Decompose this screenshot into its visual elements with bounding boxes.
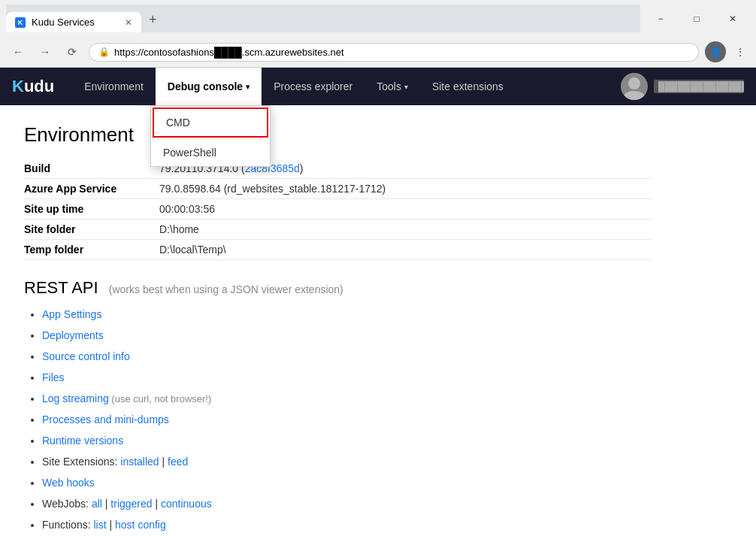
- browser-window: K Kudu Services ✕ + − □ ✕ ← → ⟳ 🔒 https:…: [0, 0, 756, 536]
- minimize-button[interactable]: −: [643, 8, 678, 29]
- refresh-button[interactable]: ⟳: [62, 41, 83, 62]
- chevron-down-icon: ▾: [246, 83, 249, 91]
- tab-close-button[interactable]: ✕: [125, 17, 132, 28]
- profile-icon[interactable]: 👤: [705, 41, 726, 62]
- window-controls: − □ ✕: [643, 8, 750, 29]
- debug-console-dropdown: CMD PowerShell: [150, 105, 271, 167]
- rest-api-list: App Settings Deployments Source control …: [24, 304, 652, 535]
- nav-item-debug-console[interactable]: Debug console ▾: [156, 68, 262, 105]
- info-row-temp-folder: Temp folder D:\local\Temp\: [24, 240, 652, 260]
- link-site-extensions-feed[interactable]: feed: [168, 456, 188, 468]
- info-row-site-up-time: Site up time 00:00:03:56: [24, 199, 652, 220]
- close-button[interactable]: ✕: [715, 8, 750, 29]
- info-row-azure-app-service: Azure App Service 79.0.8598.64 (rd_websi…: [24, 179, 652, 199]
- tab-title: Kudu Services: [32, 17, 95, 28]
- functions-label: Functions: [42, 519, 88, 531]
- profile-name: ██████████████: [654, 80, 744, 93]
- new-tab-button[interactable]: +: [141, 8, 165, 32]
- link-site-extensions-installed[interactable]: installed: [120, 456, 159, 468]
- info-row-build: Build 79.20110.3714.0 (2ac8f3685d): [24, 159, 652, 179]
- svg-point-0: [628, 77, 640, 89]
- list-item-processes: Processes and mini-dumps: [42, 409, 652, 430]
- address-bar: ← → ⟳ 🔒 https://contosofashions████.scm.…: [0, 37, 756, 68]
- title-bar: K Kudu Services ✕ + − □ ✕: [0, 0, 756, 37]
- link-source-control-info[interactable]: Source control info: [42, 350, 130, 362]
- link-functions-list[interactable]: list: [93, 519, 106, 531]
- label-site-folder: Site folder: [24, 223, 159, 235]
- nav-item-site-extensions[interactable]: Site extensions: [420, 68, 516, 105]
- forward-button[interactable]: →: [35, 41, 56, 62]
- lock-icon: 🔒: [98, 47, 110, 57]
- list-item-webjobs: WebJobs: all | triggered | continuous: [42, 493, 652, 514]
- link-webjobs-triggered[interactable]: triggered: [110, 498, 152, 510]
- link-runtime-versions[interactable]: Runtime versions: [42, 435, 123, 447]
- log-streaming-note: (use curl, not browser!): [109, 393, 212, 404]
- link-functions-host-config[interactable]: host config: [115, 519, 166, 531]
- address-field[interactable]: 🔒 https://contosofashions████.scm.azurew…: [89, 43, 699, 62]
- value-azure-app-service: 79.0.8598.64 (rd_websites_stable.181217-…: [159, 183, 386, 195]
- label-temp-folder: Temp folder: [24, 244, 159, 256]
- environment-table: Build 79.20110.3714.0 (2ac8f3685d) Azure…: [24, 159, 652, 260]
- webjobs-label: WebJobs: [42, 498, 86, 510]
- link-log-streaming[interactable]: Log streaming: [42, 392, 109, 404]
- logo-text: udu: [24, 77, 54, 95]
- dropdown-item-powershell[interactable]: PowerShell: [151, 139, 270, 166]
- label-azure-app-service: Azure App Service: [24, 183, 159, 195]
- svg-point-1: [624, 91, 645, 100]
- list-item-log-streaming: Log streaming (use curl, not browser!): [42, 388, 652, 409]
- site-extensions-label: Site Extensions: [42, 456, 115, 468]
- link-webjobs-all[interactable]: all: [92, 498, 102, 510]
- link-files[interactable]: Files: [42, 371, 65, 383]
- link-deployments[interactable]: Deployments: [42, 329, 104, 341]
- browser-menu-button[interactable]: ⋮: [732, 43, 748, 61]
- rest-api-title: REST API (works best when using a JSON v…: [24, 278, 652, 298]
- value-site-folder: D:\home: [159, 223, 199, 235]
- avatar: [621, 73, 648, 100]
- nav-item-process-explorer[interactable]: Process explorer: [262, 68, 364, 105]
- link-app-settings[interactable]: App Settings: [42, 308, 101, 320]
- list-item-deployments: Deployments: [42, 325, 652, 346]
- label-site-up-time: Site up time: [24, 203, 159, 215]
- app-navigation: Kudu Environment Debug console ▾ Process…: [0, 68, 756, 105]
- link-processes[interactable]: Processes and mini-dumps: [42, 413, 169, 425]
- list-item-files: Files: [42, 367, 652, 388]
- value-temp-folder: D:\local\Temp\: [159, 244, 226, 256]
- rest-api-subtitle: (works best when using a JSON viewer ext…: [109, 283, 343, 295]
- info-row-site-folder: Site folder D:\home: [24, 220, 652, 240]
- main-content: Environment Build 79.20110.3714.0 (2ac8f…: [0, 105, 676, 536]
- page-title: Environment: [24, 123, 652, 147]
- tab-favicon: K: [15, 17, 26, 28]
- restore-button[interactable]: □: [679, 8, 714, 29]
- list-item-functions: Functions: list | host config: [42, 514, 652, 535]
- dropdown-item-cmd[interactable]: CMD: [153, 108, 268, 138]
- app-logo[interactable]: Kudu: [12, 77, 54, 96]
- list-item-site-extensions: Site Extensions: installed | feed: [42, 451, 652, 472]
- profile-area: ██████████████: [621, 73, 744, 100]
- label-build: Build: [24, 162, 159, 174]
- list-item-web-hooks: Web hooks: [42, 472, 652, 493]
- nav-item-environment[interactable]: Environment: [72, 68, 156, 105]
- browser-tab[interactable]: K Kudu Services ✕: [6, 12, 141, 32]
- url-text: https://contosofashions████.scm.azureweb…: [114, 47, 689, 58]
- link-web-hooks[interactable]: Web hooks: [42, 477, 95, 489]
- nav-item-tools[interactable]: Tools ▾: [364, 68, 420, 105]
- value-site-up-time: 00:00:03:56: [159, 203, 215, 215]
- link-webjobs-continuous[interactable]: continuous: [161, 498, 212, 510]
- list-item-source-control-info: Source control info: [42, 346, 652, 367]
- list-item-app-settings: App Settings: [42, 304, 652, 325]
- back-button[interactable]: ←: [8, 41, 29, 62]
- list-item-runtime-versions: Runtime versions: [42, 430, 652, 451]
- chevron-down-icon-tools: ▾: [404, 83, 408, 91]
